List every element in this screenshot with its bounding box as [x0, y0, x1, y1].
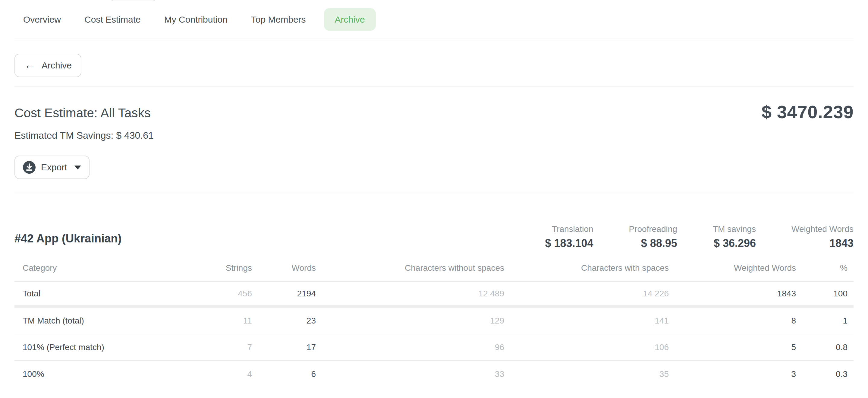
col-header-words: Words — [252, 263, 316, 273]
cell-percent: 0.3 — [796, 369, 854, 379]
cell-words: 2194 — [252, 289, 316, 299]
cell-weighted-words: 8 — [669, 316, 796, 326]
col-header-percent: % — [796, 263, 854, 273]
cell-chars-with-spaces: 35 — [504, 369, 669, 379]
cost-estimate-page: Overview Cost Estimate My Contribution T… — [0, 0, 868, 398]
cell-chars-with-spaces: 141 — [504, 316, 669, 326]
cell-words: 17 — [252, 342, 316, 352]
cell-percent: 0.8 — [796, 342, 854, 352]
col-header-chars-with-spaces: Characters with spaces — [504, 263, 669, 273]
tab-cost-estimate[interactable]: Cost Estimate — [84, 8, 141, 31]
tab-archive[interactable]: Archive — [324, 8, 376, 31]
cell-category: 100% — [14, 369, 151, 379]
cell-weighted-words: 3 — [669, 369, 796, 379]
download-circle-icon — [23, 161, 36, 174]
export-button[interactable]: Export — [14, 156, 90, 179]
cell-category: 101% (Perfect match) — [14, 342, 151, 352]
export-label: Export — [41, 162, 67, 173]
back-row: ← Archive — [14, 54, 854, 87]
cell-strings: 7 — [151, 342, 252, 352]
tab-overview[interactable]: Overview — [23, 8, 61, 31]
cell-strings: 456 — [151, 289, 252, 299]
tab-my-contribution[interactable]: My Contribution — [164, 8, 227, 31]
stat-label: TM savings — [713, 224, 756, 234]
cell-category: Total — [14, 289, 151, 299]
stat-value: $ 88.95 — [629, 237, 677, 250]
cell-chars-without-spaces: 33 — [316, 369, 504, 379]
stat-value: 1843 — [792, 237, 854, 250]
cell-chars-without-spaces: 129 — [316, 316, 504, 326]
report-header: #42 App (Ukrainian) Translation $ 183.10… — [14, 224, 854, 250]
report-tabbar: Overview Cost Estimate My Contribution T… — [14, 0, 854, 39]
cell-weighted-words: 1843 — [669, 289, 796, 299]
table-header-row: Category Strings Words Characters withou… — [14, 250, 854, 282]
stat-weighted-words: Weighted Words 1843 — [792, 224, 854, 250]
cell-chars-with-spaces: 106 — [504, 342, 669, 352]
archive-back-button[interactable]: ← Archive — [14, 54, 82, 77]
cell-words: 6 — [252, 369, 316, 379]
cell-category: TM Match (total) — [14, 316, 151, 326]
cell-percent: 100 — [796, 289, 854, 299]
cell-words: 23 — [252, 316, 316, 326]
table-row: Total 456 2194 12 489 14 226 1843 100 — [14, 282, 854, 308]
stat-value: $ 183.104 — [545, 237, 593, 250]
col-header-chars-without-spaces: Characters without spaces — [316, 263, 504, 273]
cell-chars-without-spaces: 12 489 — [316, 289, 504, 299]
grand-total-value: $ 3470.239 — [762, 102, 854, 122]
cell-weighted-words: 5 — [669, 342, 796, 352]
stat-proofreading: Proofreading $ 88.95 — [629, 224, 677, 250]
cell-chars-with-spaces: 14 226 — [504, 289, 669, 299]
col-header-strings: Strings — [151, 263, 252, 273]
cell-percent: 1 — [796, 316, 854, 326]
cell-strings: 11 — [151, 316, 252, 326]
stat-label: Weighted Words — [792, 224, 854, 234]
report-stats: Translation $ 183.104 Proofreading $ 88.… — [509, 224, 854, 250]
chevron-down-icon — [74, 165, 81, 170]
stat-value: $ 36.296 — [713, 237, 756, 250]
col-header-category: Category — [14, 263, 151, 273]
stat-label: Translation — [545, 224, 593, 234]
col-header-weighted-words: Weighted Words — [669, 263, 796, 273]
stat-label: Proofreading — [629, 224, 677, 234]
stat-tm-savings: TM savings $ 36.296 — [713, 224, 756, 250]
cell-chars-without-spaces: 96 — [316, 342, 504, 352]
report-title: #42 App (Ukrainian) — [14, 232, 121, 245]
archive-back-label: Archive — [41, 60, 72, 70]
stat-translation: Translation $ 183.104 — [545, 224, 593, 250]
cost-table: Category Strings Words Characters withou… — [14, 250, 854, 388]
cell-strings: 4 — [151, 369, 252, 379]
tm-savings-line: Estimated TM Savings: $ 430.61 — [14, 130, 854, 141]
table-row: 101% (Perfect match) 7 17 96 106 5 0.8 — [14, 334, 854, 361]
tab-top-members[interactable]: Top Members — [251, 8, 306, 31]
summary-section: Cost Estimate: All Tasks $ 3470.239 Esti… — [14, 87, 854, 193]
table-row: TM Match (total) 11 23 129 141 8 1 — [14, 308, 854, 334]
page-title: Cost Estimate: All Tasks — [14, 106, 854, 120]
arrow-left-icon: ← — [24, 59, 36, 70]
report-section: #42 App (Ukrainian) Translation $ 183.10… — [14, 193, 854, 388]
table-row: 100% 4 6 33 35 3 0.3 — [14, 361, 854, 388]
